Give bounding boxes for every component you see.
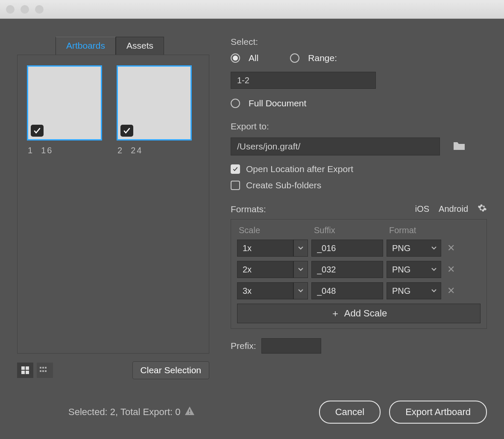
export-path-input[interactable] <box>231 138 440 155</box>
select-range-label: Range: <box>308 53 337 63</box>
formats-label: Formats: <box>231 204 415 214</box>
format-dropdown-button[interactable] <box>427 240 441 257</box>
artboard-label: 2 24 <box>117 146 192 155</box>
cancel-button[interactable]: Cancel <box>319 401 381 424</box>
remove-row-button[interactable]: ✕ <box>447 243 455 254</box>
select-section-label: Select: <box>231 37 487 47</box>
suffix-input[interactable] <box>311 240 383 257</box>
select-range-radio[interactable] <box>290 53 299 63</box>
suffix-input[interactable] <box>311 261 383 278</box>
create-subfolders-label: Create Sub-folders <box>246 180 321 190</box>
zoom-window-button[interactable] <box>35 5 44 14</box>
formats-settings-button[interactable] <box>478 203 487 215</box>
svg-rect-7 <box>40 370 41 372</box>
create-subfolders-checkbox[interactable] <box>231 181 240 190</box>
svg-rect-1 <box>26 366 29 370</box>
col-scale-header: Scale <box>239 225 314 235</box>
svg-rect-8 <box>42 370 44 372</box>
svg-rect-2 <box>21 371 25 374</box>
svg-rect-9 <box>45 370 47 372</box>
tab-artboards[interactable]: Artboards <box>56 37 116 55</box>
format-row: ✕ <box>237 261 481 278</box>
col-format-header: Format <box>389 225 461 235</box>
browse-folder-button[interactable] <box>453 140 466 153</box>
remove-row-button[interactable]: ✕ <box>447 285 455 296</box>
svg-rect-3 <box>26 371 29 374</box>
artboard-selected-check-icon <box>31 125 44 137</box>
artboard-thumbnail[interactable] <box>27 65 102 140</box>
scale-select[interactable] <box>237 261 293 278</box>
col-suffix-header: Suffix <box>314 225 389 235</box>
open-location-checkbox[interactable] <box>231 164 240 174</box>
artboard-label: 1 16 <box>27 146 102 155</box>
list-view-button[interactable] <box>37 363 53 378</box>
window-titlebar <box>0 0 504 19</box>
preset-android-button[interactable]: Android <box>439 204 468 214</box>
format-dropdown-button[interactable] <box>427 261 441 278</box>
svg-rect-10 <box>189 410 190 412</box>
tab-assets[interactable]: Assets <box>116 37 164 55</box>
minimize-window-button[interactable] <box>21 5 29 14</box>
open-location-label: Open Location after Export <box>246 164 353 174</box>
svg-rect-11 <box>189 413 190 414</box>
remove-row-button[interactable]: ✕ <box>447 264 455 275</box>
format-row: ✕ <box>237 282 481 299</box>
scale-dropdown-button[interactable] <box>293 261 308 278</box>
artboard-thumbnails-panel: 1 16 2 24 <box>17 55 209 354</box>
svg-rect-4 <box>40 367 41 369</box>
add-scale-button[interactable]: ＋ Add Scale <box>237 304 481 323</box>
scale-select[interactable] <box>237 282 293 299</box>
grid-view-button[interactable] <box>17 363 33 378</box>
export-artboard-button[interactable]: Export Artboard <box>389 401 487 424</box>
select-all-label: All <box>249 53 258 63</box>
svg-rect-0 <box>21 366 25 370</box>
scale-select[interactable] <box>237 240 293 257</box>
select-full-doc-label: Full Document <box>249 98 306 108</box>
artboard-selected-check-icon <box>120 125 133 137</box>
preset-ios-button[interactable]: iOS <box>415 204 429 214</box>
scale-dropdown-button[interactable] <box>293 240 308 257</box>
export-to-label: Export to: <box>231 121 487 132</box>
format-dropdown-button[interactable] <box>427 282 441 299</box>
select-all-radio[interactable] <box>231 53 240 63</box>
add-scale-label: Add Scale <box>344 308 387 319</box>
formats-table: Scale Suffix Format ✕ <box>231 219 487 329</box>
prefix-input[interactable] <box>261 338 321 354</box>
format-row: ✕ <box>237 240 481 257</box>
select-full-doc-radio[interactable] <box>231 99 240 108</box>
svg-rect-5 <box>42 367 44 369</box>
plus-icon: ＋ <box>331 307 340 320</box>
scale-dropdown-button[interactable] <box>293 282 308 299</box>
prefix-label: Prefix: <box>231 341 256 351</box>
clear-selection-button[interactable]: Clear Selection <box>132 361 209 379</box>
svg-rect-6 <box>45 367 47 369</box>
tab-bar: Artboards Assets <box>56 37 209 55</box>
suffix-input[interactable] <box>311 282 383 299</box>
artboard-thumbnail[interactable] <box>117 65 192 140</box>
warning-icon <box>185 407 194 418</box>
close-window-button[interactable] <box>6 5 15 14</box>
selection-status: Selected: 2, Total Export: 0 <box>68 407 194 418</box>
range-input[interactable] <box>231 72 376 89</box>
